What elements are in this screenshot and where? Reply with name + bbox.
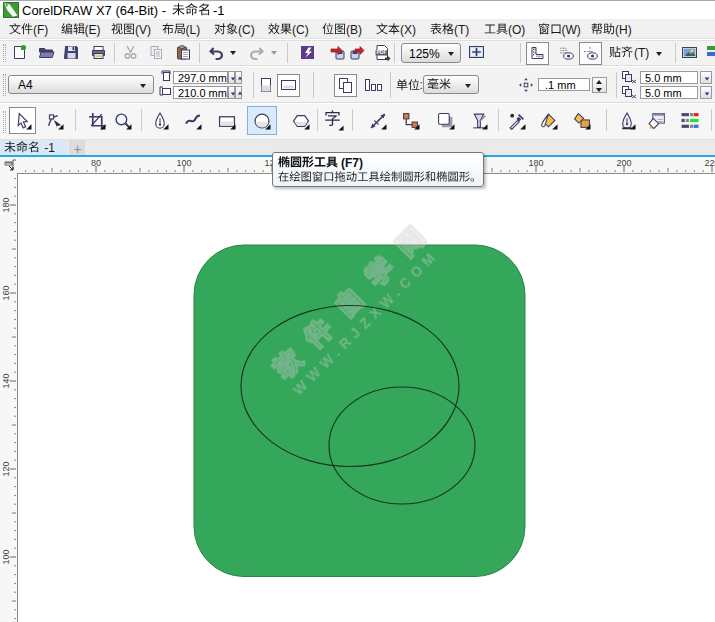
svg-text:220: 220 — [704, 158, 715, 168]
svg-text:140: 140 — [1, 373, 11, 388]
svg-text:100: 100 — [176, 158, 191, 168]
svg-text:200: 200 — [616, 158, 631, 168]
svg-text:80: 80 — [91, 158, 101, 168]
svg-text:120: 120 — [1, 461, 11, 476]
svg-text:PDF: PDF — [377, 49, 387, 55]
svg-text:160: 160 — [1, 285, 11, 300]
svg-text:180: 180 — [1, 197, 11, 212]
svg-text:100: 100 — [1, 549, 11, 564]
svg-text:180: 180 — [528, 158, 543, 168]
